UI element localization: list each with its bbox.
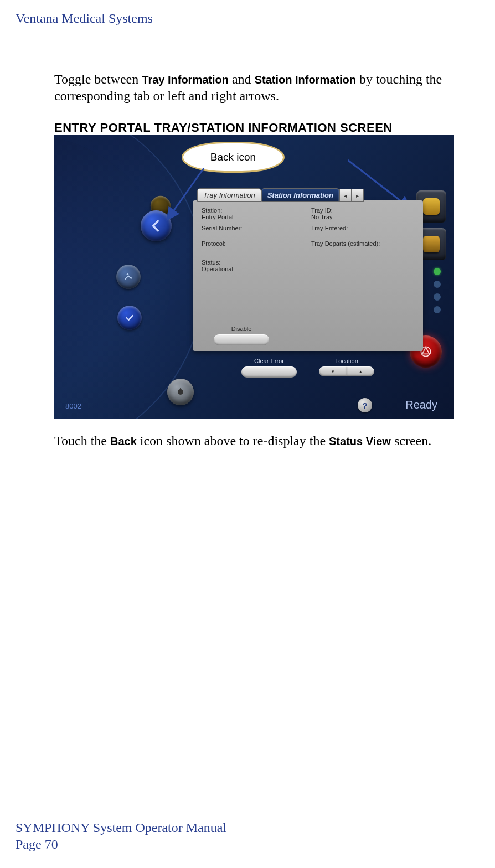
tab-arrow-right[interactable]: ▸	[352, 189, 364, 202]
label-status: Status:	[202, 259, 305, 266]
document-icon	[123, 272, 134, 282]
bold-tray-info: Tray Information	[142, 74, 229, 86]
ui-screenshot: Back icon Tray Information Station Infor…	[54, 135, 454, 419]
disable-button[interactable]	[214, 334, 269, 345]
footer-manual-title: SYMPHONY System Operator Manual	[16, 819, 226, 836]
label-tray-departs: Tray Departs (estimated):	[311, 240, 414, 247]
intro-paragraph: Toggle between Tray Information and Stat…	[54, 71, 458, 104]
orbit-button-bottom[interactable]	[167, 379, 194, 405]
bold-status-view: Status View	[329, 435, 391, 447]
info-panel: Tray Information Station Information ◂ ▸…	[193, 200, 423, 351]
clear-error-button[interactable]	[241, 366, 297, 378]
panel-fields: Station: Entry Portal Tray ID: No Tray S…	[202, 207, 414, 272]
disable-group: Disable	[214, 326, 269, 345]
text: Touch the	[54, 433, 110, 448]
back-icon	[149, 219, 163, 233]
callout-text: Back icon	[210, 151, 256, 163]
cartridge-icon	[423, 236, 440, 252]
label-clear-error: Clear Error	[241, 358, 297, 364]
label-tray-id: Tray ID:	[311, 207, 414, 214]
panel-footer-controls: Clear Error Location ▾ ▴	[193, 358, 423, 378]
closing-paragraph: Touch the Back icon shown above to re-di…	[54, 433, 458, 448]
label-disable: Disable	[214, 326, 269, 332]
bold-back: Back	[110, 435, 137, 447]
value-tray-id: No Tray	[311, 214, 414, 220]
check-icon	[125, 313, 135, 323]
label-tray-entered: Tray Entered:	[311, 225, 414, 231]
status-code: 8002	[65, 402, 81, 410]
back-button[interactable]	[141, 210, 172, 241]
value-station: Entry Portal	[202, 214, 305, 220]
ready-status-text: Ready	[405, 399, 437, 411]
led-green-icon	[434, 268, 441, 275]
text: Toggle between	[54, 72, 142, 86]
led-dim-icon	[434, 306, 441, 313]
orbit-button-doc[interactable]	[116, 265, 141, 289]
tab-station-information[interactable]: Station Information	[261, 188, 339, 202]
tab-strip: Tray Information Station Information ◂ ▸	[197, 188, 364, 202]
text: and	[229, 72, 255, 86]
content-area: Toggle between Tray Information and Stat…	[54, 71, 458, 448]
bold-station-info: Station Information	[255, 74, 356, 86]
page-header-company: Ventana Medical Systems	[16, 11, 153, 26]
location-down-button[interactable]: ▾	[319, 366, 347, 376]
location-up-button[interactable]: ▴	[347, 366, 374, 376]
led-dim-icon	[434, 281, 441, 288]
footer-page-number: Page 70	[16, 836, 226, 852]
label-protocol: Protocol:	[202, 240, 305, 247]
knob-icon	[175, 386, 186, 397]
section-heading: ENTRY PORTAL TRAY/STATION INFORMATION SC…	[54, 121, 458, 135]
text: icon shown above to re-display the	[137, 433, 329, 448]
label-serial: Serial Number:	[202, 225, 305, 231]
tab-arrow-left[interactable]: ◂	[339, 189, 352, 202]
led-dim-icon	[434, 293, 441, 301]
orbit-button-check[interactable]	[117, 306, 142, 330]
status-led-stack	[434, 268, 441, 313]
label-location: Location	[319, 358, 374, 364]
help-button[interactable]: ?	[358, 398, 372, 412]
value-status: Operational	[202, 266, 305, 272]
page-footer: SYMPHONY System Operator Manual Page 70	[16, 819, 226, 852]
cartridge-icon	[423, 198, 440, 215]
svg-rect-1	[180, 388, 181, 391]
tab-tray-information[interactable]: Tray Information	[197, 188, 261, 202]
text: screen.	[391, 433, 431, 448]
label-station: Station:	[202, 207, 305, 214]
back-icon-callout: Back icon	[182, 142, 285, 173]
